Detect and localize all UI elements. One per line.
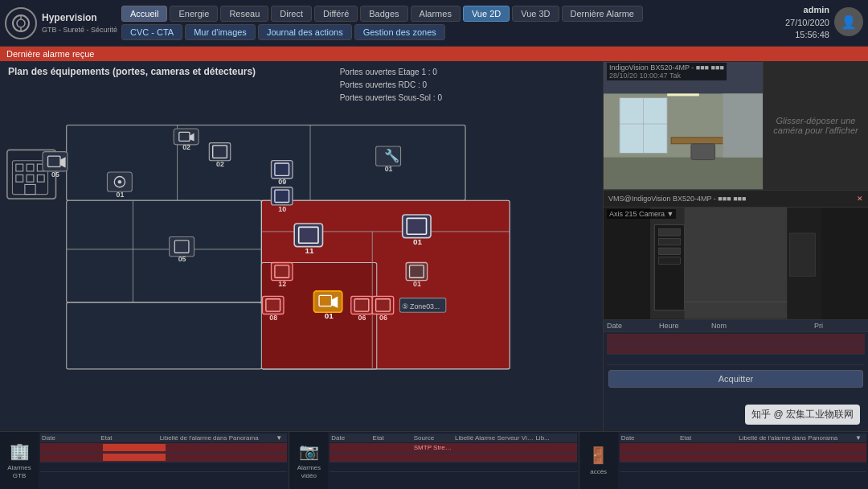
bottom-icon-video: 📷 Alarmes vidéo bbox=[289, 432, 328, 489]
svg-text:01: 01 bbox=[325, 311, 334, 320]
bottom-section-gtb: 🏢 Alarmes GTB Date Etat Libellé de l'ala… bbox=[0, 432, 289, 489]
svg-text:06: 06 bbox=[379, 314, 387, 322]
svg-text:01: 01 bbox=[413, 280, 421, 288]
main-content: Plan des équipements (portes, cameras et… bbox=[0, 61, 868, 431]
svg-rect-87 bbox=[723, 93, 764, 157]
video-table: Date Etat Source Libellé Alarme Serveur … bbox=[328, 432, 578, 489]
svg-text:🔧: 🔧 bbox=[384, 148, 400, 163]
svg-rect-67 bbox=[313, 291, 342, 312]
nav-area: AccueilEnergieReseauDirectDifféréBadgesA… bbox=[121, 6, 779, 40]
logo-icon bbox=[5, 7, 37, 39]
svg-text:12: 12 bbox=[278, 280, 286, 288]
alarm-row bbox=[607, 334, 865, 344]
nav-btn-journal-des-actions[interactable]: Journal des actions bbox=[258, 24, 352, 40]
svg-text:05: 05 bbox=[51, 171, 59, 179]
svg-rect-88 bbox=[667, 93, 699, 96]
map-panel[interactable]: Plan des équipements (portes, cameras et… bbox=[0, 61, 603, 431]
bottom-bar: 🏢 Alarmes GTB Date Etat Libellé de l'ala… bbox=[0, 431, 868, 489]
nav-btn-mur-d'images[interactable]: Mur d'images bbox=[185, 24, 256, 40]
acces-row bbox=[620, 443, 866, 453]
nav-btn-alarmes[interactable]: Alarmes bbox=[411, 6, 461, 22]
nav-row-1: AccueilEnergieReseauDirectDifféréBadgesA… bbox=[121, 6, 779, 22]
nav-btn-vue-2d[interactable]: Vue 2D bbox=[463, 6, 510, 22]
user-area: admin 27/10/2020 15:56:48 👤 bbox=[785, 4, 863, 41]
camera-feed-1[interactable]: IndigoVision BX520-4MP - ■■■ ■■■ 28/10/2… bbox=[604, 61, 764, 190]
nav-btn-reseau[interactable]: Reseau bbox=[220, 6, 268, 22]
acces-row bbox=[620, 462, 866, 472]
alarm-table-panel: Date Heure Nom Pri bbox=[604, 319, 868, 432]
video-row bbox=[330, 453, 576, 462]
svg-rect-93 bbox=[659, 238, 681, 245]
alarm-table-header: Date Heure Nom Pri bbox=[604, 320, 868, 332]
logo-text: Hypervision GTB - Sureté - Sécurité bbox=[42, 11, 117, 35]
video-row bbox=[330, 462, 576, 472]
video-header: Date Etat Source Libellé Alarme Serveur … bbox=[330, 434, 576, 442]
svg-text:11: 11 bbox=[305, 246, 314, 255]
nav-btn-energie[interactable]: Energie bbox=[170, 6, 218, 22]
alarm-rows bbox=[604, 332, 868, 367]
nav-btn-gestion-des-zones[interactable]: Gestion des zones bbox=[354, 24, 445, 40]
svg-text:10: 10 bbox=[278, 205, 286, 213]
svg-text:02: 02 bbox=[182, 143, 190, 151]
nav-btn-vue-3d[interactable]: Vue 3D bbox=[512, 6, 559, 22]
svg-text:02: 02 bbox=[216, 160, 224, 168]
alarm-row bbox=[607, 344, 865, 355]
nav-row-2: CVC - CTAMur d'imagesJournal des actions… bbox=[121, 24, 779, 40]
camera-placeholder: Glisser-déposer une caméra pour l'affich… bbox=[764, 61, 868, 190]
alarm-row bbox=[607, 355, 865, 365]
svg-rect-91 bbox=[654, 224, 684, 310]
nav-btn-direct[interactable]: Direct bbox=[271, 6, 312, 22]
acces-header: Date Etat Libellé de l'alarme dans Panor… bbox=[620, 434, 866, 442]
bottom-section-video: 📷 Alarmes vidéo Date Etat Source Libellé… bbox=[289, 432, 579, 489]
svg-rect-92 bbox=[659, 229, 681, 236]
logo-area: Hypervision GTB - Sureté - Sécurité bbox=[5, 7, 121, 39]
bottom-icon-gtb: 🏢 Alarmes GTB bbox=[0, 432, 39, 489]
svg-text:01: 01 bbox=[385, 165, 393, 173]
camera-bottom-panel[interactable]: Axis 215 Camera ▼ bbox=[604, 208, 868, 319]
bottom-section-acces: 🚪 accès Date Etat Libellé de l'alarme da… bbox=[579, 432, 868, 489]
camera-close-btn[interactable]: ✕ bbox=[857, 195, 863, 203]
svg-rect-94 bbox=[659, 248, 681, 255]
acces-table: Date Etat Libellé de l'alarme dans Panor… bbox=[618, 432, 868, 489]
svg-rect-95 bbox=[659, 257, 681, 265]
svg-text:06: 06 bbox=[358, 314, 366, 322]
camera-middle-bar: VMS@IndigoVision BX520-4MP - ■■■ ■■■ ✕ bbox=[604, 190, 868, 208]
camera-bottom-label: Axis 215 Camera ▼ bbox=[607, 209, 676, 219]
svg-text:⑤ Zone03...: ⑤ Zone03... bbox=[402, 302, 440, 310]
svg-text:08: 08 bbox=[269, 314, 277, 322]
svg-rect-81 bbox=[604, 158, 763, 190]
right-panel: IndigoVision BX520-4MP - ■■■ ■■■ 28/10/2… bbox=[603, 61, 868, 431]
acquitter-button[interactable]: Acquitter bbox=[608, 370, 863, 388]
svg-rect-33 bbox=[174, 129, 199, 145]
nav-btn-cvc---cta[interactable]: CVC - CTA bbox=[121, 24, 182, 40]
svg-rect-15 bbox=[67, 200, 262, 302]
svg-rect-18 bbox=[67, 302, 262, 369]
nav-btn-badges[interactable]: Badges bbox=[360, 6, 407, 22]
svg-rect-40 bbox=[170, 237, 194, 257]
floor-plan-svg: 05 01 02 02 bbox=[0, 85, 603, 431]
nav-btn-dernière-alarme[interactable]: Dernière Alarme bbox=[562, 6, 643, 22]
video-row: SMTP Stream bbox=[330, 443, 576, 453]
svg-text:05: 05 bbox=[178, 255, 186, 263]
nav-btn-accueil[interactable]: Accueil bbox=[121, 6, 167, 22]
nav-btn-différé[interactable]: Différé bbox=[314, 6, 358, 22]
user-info: admin 27/10/2020 15:56:48 bbox=[785, 4, 829, 41]
svg-rect-86 bbox=[691, 144, 715, 160]
alarm-bar: Dernière alarme reçue bbox=[0, 47, 868, 61]
gtb-row bbox=[40, 462, 287, 472]
gtb-header: Date Etat Libellé de l'alarme dans Panor… bbox=[40, 434, 287, 442]
bottom-icon-acces: 🚪 accès bbox=[579, 432, 618, 489]
svg-rect-99 bbox=[790, 233, 816, 276]
map-title: Plan des équipements (portes, cameras et… bbox=[8, 66, 256, 77]
user-avatar: 👤 bbox=[834, 7, 863, 36]
svg-rect-96 bbox=[685, 208, 788, 319]
svg-point-1 bbox=[17, 19, 25, 27]
acces-row bbox=[620, 453, 866, 462]
svg-text:01: 01 bbox=[116, 191, 124, 199]
svg-text:01: 01 bbox=[413, 237, 423, 246]
gtb-row bbox=[40, 453, 287, 462]
camera-top: IndigoVision BX520-4MP - ■■■ ■■■ 28/10/2… bbox=[604, 61, 868, 190]
svg-point-31 bbox=[118, 180, 121, 183]
svg-text:09: 09 bbox=[278, 178, 286, 186]
gtb-table: Date Etat Libellé de l'alarme dans Panor… bbox=[39, 432, 289, 489]
